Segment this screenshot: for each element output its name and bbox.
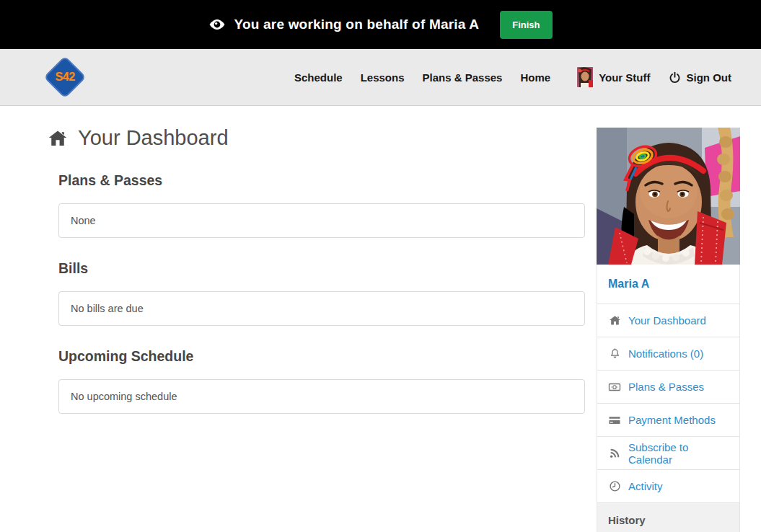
sidebar-item-plans-passes[interactable]: Plans & Passes [597, 371, 739, 404]
history-label: History [608, 514, 646, 526]
main-navbar: S42 Schedule Lessons Plans & Passes Home… [0, 49, 761, 106]
upcoming-schedule-panel: No upcoming schedule [58, 379, 585, 414]
sidebar-item-label: Notifications (0) [628, 347, 703, 360]
rss-icon [608, 447, 621, 460]
section-heading: Plans & Passes [58, 172, 585, 189]
clock-icon [608, 480, 621, 493]
page-title-text: Your Dashboard [78, 126, 229, 150]
student-sidebar: Maria A Your Dashboard Notifications (0) [597, 128, 740, 532]
nav-item-plans-passes[interactable]: Plans & Passes [423, 71, 503, 84]
impersonation-message: You are working on behalf of Maria A [234, 17, 479, 32]
nav-item-schedule[interactable]: Schedule [294, 71, 343, 84]
sidebar-item-subscribe-calendar[interactable]: Subscribe to Calendar [597, 437, 739, 470]
logo-text: S42 [56, 71, 75, 84]
sidebar-item-label: Payment Methods [628, 414, 716, 426]
app-logo[interactable]: S42 [45, 58, 84, 97]
user-avatar [577, 67, 593, 87]
sidebar-item-notifications[interactable]: Notifications (0) [597, 337, 739, 371]
home-icon [48, 128, 68, 148]
page-title: Your Dashboard [48, 126, 585, 150]
sidebar-item-label: Activity [628, 480, 663, 492]
eye-icon [208, 16, 226, 33]
sidebar-menu: Maria A Your Dashboard Notifications (0) [597, 265, 740, 532]
sidebar-item-label: Plans & Passes [628, 381, 704, 393]
finish-button[interactable]: Finish [500, 11, 552, 39]
sidebar-item-activity[interactable]: Activity [597, 470, 739, 503]
nav-item-sign-out[interactable]: Sign Out [669, 71, 732, 84]
section-plans-passes: Plans & Passes None [58, 172, 585, 238]
sidebar-item-payment-methods[interactable]: Payment Methods [597, 404, 739, 437]
home-icon [608, 314, 621, 327]
nav-item-home[interactable]: Home [520, 71, 550, 84]
impersonation-bar: You are working on behalf of Maria A Fin… [0, 0, 761, 49]
nav-item-lessons[interactable]: Lessons [361, 71, 405, 84]
nav-links: Schedule Lessons Plans & Passes Home You… [294, 67, 761, 87]
banknote-icon [608, 381, 621, 394]
section-upcoming-schedule: Upcoming Schedule No upcoming schedule [58, 348, 585, 414]
student-photo [597, 128, 740, 265]
plans-passes-panel: None [58, 203, 585, 238]
bell-icon [608, 347, 621, 360]
your-stuff-label: Your Stuff [599, 71, 650, 84]
sign-out-label: Sign Out [687, 71, 732, 84]
sidebar-item-label: Your Dashboard [628, 314, 706, 327]
bills-panel: No bills are due [58, 291, 585, 326]
sidebar-student-name-row: Maria A [597, 265, 739, 304]
student-name-link[interactable]: Maria A [608, 278, 649, 291]
sidebar-item-label: Subscribe to Calendar [628, 441, 729, 466]
sidebar-item-your-dashboard[interactable]: Your Dashboard [597, 304, 739, 337]
power-icon [669, 71, 681, 84]
section-heading: Bills [58, 260, 585, 277]
sidebar-section-history: History [597, 503, 739, 532]
bills-status: No bills are due [71, 303, 144, 314]
upcoming-schedule-status: No upcoming schedule [71, 391, 177, 402]
nav-item-your-stuff[interactable]: Your Stuff [577, 67, 650, 87]
section-heading: Upcoming Schedule [58, 348, 585, 365]
plans-passes-status: None [71, 215, 96, 226]
section-bills: Bills No bills are due [58, 260, 585, 326]
credit-card-icon [608, 414, 621, 427]
dashboard-main: Your Dashboard Plans & Passes None Bills… [48, 106, 585, 414]
